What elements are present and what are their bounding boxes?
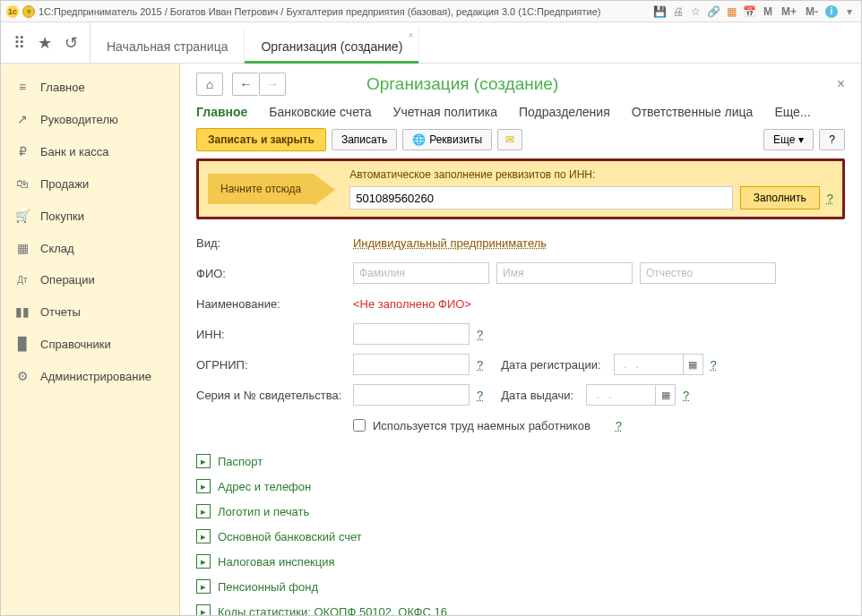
sidebar-item-manager[interactable]: ↗Руководителю bbox=[1, 103, 179, 135]
subtab-main[interactable]: Главное bbox=[196, 105, 247, 123]
subtab-accounting-policy[interactable]: Учетная политика bbox=[393, 105, 497, 123]
sidebar-item-label: Администрирование bbox=[40, 370, 151, 383]
tab-organization[interactable]: Организация (создание) × bbox=[245, 27, 419, 63]
patronymic-input[interactable] bbox=[640, 262, 776, 284]
expand-toggle[interactable]: ▸ bbox=[196, 529, 211, 543]
window-menu-icon[interactable]: ▾ bbox=[843, 5, 856, 18]
window-titlebar: 1c ▾ 1С:Предприниматель 2015 / Богатов И… bbox=[1, 1, 861, 22]
issuedate-input[interactable] bbox=[587, 385, 655, 405]
star-icon[interactable]: ★ bbox=[38, 33, 52, 53]
expander-pension[interactable]: Пенсионный фонд bbox=[218, 580, 318, 594]
more-button[interactable]: Еще ▾ bbox=[763, 129, 814, 150]
firstname-input[interactable] bbox=[496, 262, 633, 284]
expand-toggle[interactable]: ▸ bbox=[196, 454, 211, 468]
sidebar-item-purchases[interactable]: 🛒Покупки bbox=[1, 200, 179, 232]
apps-icon[interactable]: ⠿ bbox=[13, 33, 25, 53]
save-button[interactable]: Записать bbox=[332, 129, 397, 150]
link-icon[interactable]: 🔗 bbox=[708, 5, 720, 18]
tab-start-page[interactable]: Начальная страница bbox=[91, 27, 245, 63]
form: Вид: Индивидуальный предприниматель ФИО:… bbox=[196, 228, 845, 440]
ogrnip-help[interactable]: ? bbox=[477, 358, 483, 372]
help-button[interactable]: ? bbox=[819, 129, 845, 150]
vid-value-link[interactable]: Индивидуальный предприниматель bbox=[353, 236, 547, 250]
subtab-more[interactable]: Еще... bbox=[774, 105, 810, 123]
page-title: Организация (создание) bbox=[366, 74, 558, 94]
serial-help[interactable]: ? bbox=[477, 389, 483, 402]
inn-help[interactable]: ? bbox=[477, 328, 483, 341]
favorite-icon[interactable]: ☆ bbox=[690, 5, 703, 18]
grid-icon: ▦ bbox=[15, 241, 30, 255]
calendar-icon[interactable]: ▦ bbox=[655, 385, 675, 405]
help-link[interactable]: ? bbox=[827, 192, 833, 205]
serial-input[interactable] bbox=[353, 384, 470, 406]
sidebar-item-refs[interactable]: ▉Справочники bbox=[1, 328, 179, 360]
chart-icon: ↗ bbox=[15, 112, 30, 126]
save-icon[interactable]: 💾 bbox=[654, 5, 667, 18]
memory-m-button[interactable]: M bbox=[762, 5, 774, 18]
back-button[interactable]: ← bbox=[232, 73, 259, 96]
calendar-icon[interactable]: ▦ bbox=[683, 355, 703, 374]
hired-checkbox[interactable] bbox=[353, 419, 366, 432]
sidebar-item-label: Операции bbox=[40, 273, 95, 287]
save-close-button[interactable]: Записать и закрыть bbox=[196, 128, 326, 151]
close-page-icon[interactable]: × bbox=[837, 76, 845, 92]
regdate-input[interactable] bbox=[615, 355, 683, 374]
ogrnip-input[interactable] bbox=[353, 354, 470, 375]
subtab-bank-accounts[interactable]: Банковские счета bbox=[269, 105, 371, 123]
fio-label: ФИО: bbox=[196, 267, 353, 280]
issuedate-help[interactable]: ? bbox=[683, 389, 689, 402]
book-icon: ▉ bbox=[15, 337, 30, 351]
inn-input[interactable] bbox=[353, 323, 470, 345]
sidebar-item-admin[interactable]: ⚙Администрирование bbox=[1, 360, 179, 392]
memory-mminus-button[interactable]: M- bbox=[804, 5, 820, 18]
expand-toggle[interactable]: ▸ bbox=[196, 504, 211, 518]
memory-mplus-button[interactable]: M+ bbox=[780, 5, 798, 18]
sidebar-item-reports[interactable]: ▮▮Отчеты bbox=[1, 295, 179, 328]
expander-address[interactable]: Адрес и телефон bbox=[218, 480, 311, 493]
regdate-label: Дата регистрации: bbox=[501, 358, 600, 372]
regdate-field[interactable]: ▦ bbox=[614, 354, 703, 375]
expander-stats[interactable]: Коды статистики: ОКОПФ 50102, ОКФС 16 bbox=[218, 605, 447, 616]
requisites-button[interactable]: 🌐Реквизиты bbox=[402, 129, 492, 150]
expander-logo[interactable]: Логотип и печать bbox=[218, 505, 309, 518]
expand-toggle[interactable]: ▸ bbox=[196, 554, 211, 569]
fill-button[interactable]: Заполнить bbox=[740, 186, 820, 210]
hired-help[interactable]: ? bbox=[616, 419, 622, 432]
expand-toggle[interactable]: ▸ bbox=[196, 479, 211, 493]
mail-button[interactable]: ✉ bbox=[497, 129, 522, 150]
forward-button[interactable]: → bbox=[259, 73, 286, 96]
info-icon[interactable]: i bbox=[825, 5, 838, 18]
sidebar-item-label: Отчеты bbox=[40, 305, 81, 319]
sidebar-item-bank[interactable]: ₽Банк и касса bbox=[1, 135, 179, 167]
dropdown-icon[interactable]: ▾ bbox=[22, 5, 35, 18]
inn-autofill-input[interactable] bbox=[349, 186, 733, 210]
expander-bank[interactable]: Основной банковский счет bbox=[218, 530, 362, 543]
regdate-help[interactable]: ? bbox=[711, 358, 717, 372]
mail-icon: ✉ bbox=[505, 133, 514, 146]
issuedate-field[interactable]: ▦ bbox=[586, 384, 676, 406]
sidebar-item-main[interactable]: ≡Главное bbox=[1, 71, 179, 103]
sidebar-item-label: Покупки bbox=[40, 210, 84, 223]
subtab-divisions[interactable]: Подразделения bbox=[519, 105, 610, 123]
sidebar-item-sales[interactable]: 🛍Продажи bbox=[1, 167, 179, 200]
home-button[interactable]: ⌂ bbox=[196, 73, 223, 96]
surname-input[interactable] bbox=[353, 262, 489, 284]
expand-toggle[interactable]: ▸ bbox=[196, 579, 211, 594]
expander-tax[interactable]: Налоговая инспекция bbox=[218, 555, 335, 569]
history-icon[interactable]: ↺ bbox=[65, 33, 78, 53]
sidebar-item-label: Справочники bbox=[40, 338, 111, 351]
close-tab-icon[interactable]: × bbox=[408, 30, 413, 40]
calendar-icon[interactable]: 📅 bbox=[744, 5, 756, 18]
bag-icon: 🛍 bbox=[15, 176, 30, 191]
gear-icon: ⚙ bbox=[15, 369, 30, 383]
calc-icon[interactable]: ▦ bbox=[726, 5, 738, 18]
start-here-hint: Начните отсюда bbox=[208, 174, 314, 204]
subtab-responsible[interactable]: Ответственные лица bbox=[632, 105, 754, 123]
expand-toggle[interactable]: ▸ bbox=[196, 604, 211, 615]
name-label: Наименование: bbox=[196, 297, 353, 311]
print-icon[interactable]: 🖨 bbox=[672, 5, 685, 18]
expander-passport[interactable]: Паспорт bbox=[218, 455, 263, 468]
dtk-icon: Дт bbox=[15, 275, 30, 285]
sidebar-item-stock[interactable]: ▦Склад bbox=[1, 232, 179, 264]
sidebar-item-operations[interactable]: ДтОперации bbox=[1, 264, 179, 295]
